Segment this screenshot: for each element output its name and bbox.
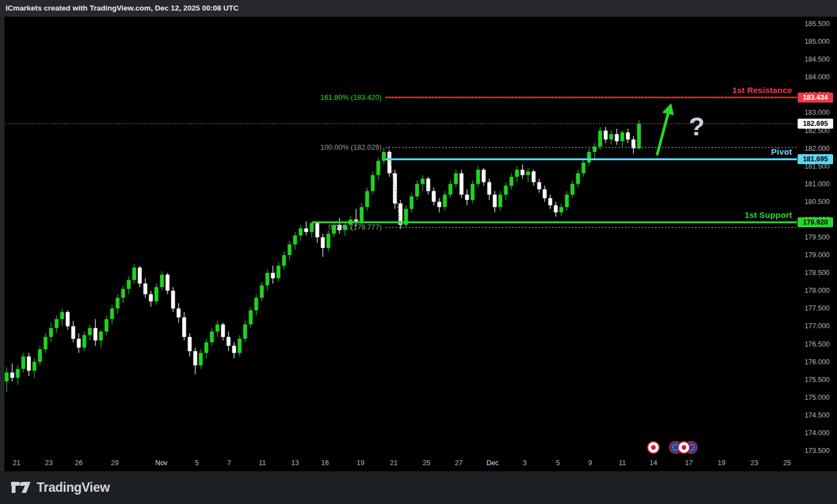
candle-body: [60, 312, 64, 319]
candle-body: [560, 207, 564, 212]
candle-body: [443, 195, 447, 207]
time-axis-tick: 16: [313, 459, 337, 467]
candle-body: [133, 268, 136, 280]
time-axis-tick: Nov: [149, 459, 174, 467]
price-axis-tick: 180.500: [797, 197, 837, 206]
candle-body: [121, 289, 125, 298]
candle-body: [615, 134, 619, 141]
candle-body: [177, 308, 181, 317]
candle-body: [22, 357, 26, 369]
candle-body: [576, 174, 580, 184]
candle-body: [604, 131, 608, 140]
chart-title: ICmarkets created with TradingView.com, …: [6, 0, 239, 17]
time-axis-tick: 14: [641, 459, 666, 467]
support-price-badge: 179.920: [798, 217, 833, 227]
candle-body: [33, 362, 37, 371]
tradingview-logo-icon: [11, 479, 31, 496]
candle-body: [549, 198, 552, 205]
candle-body: [371, 175, 375, 191]
candle-body: [271, 273, 275, 278]
candle-body: [72, 326, 75, 338]
candle-body: [227, 337, 231, 346]
pivot-price-badge: 181.695: [798, 154, 833, 164]
time-axis-tick: 25: [414, 459, 439, 467]
candle-body: [255, 298, 258, 310]
candle-body: [610, 134, 613, 140]
candlestick-chart[interactable]: [0, 0, 837, 504]
candle-body: [587, 152, 591, 162]
candle-body: [127, 280, 131, 289]
time-axis-tick: 25: [775, 459, 799, 467]
time-axis-tick: 29: [103, 459, 127, 467]
candle-body: [249, 310, 253, 325]
flag-part: [691, 450, 692, 451]
time-axis-tick: 27: [447, 459, 471, 467]
price-axis-tick: 178.500: [797, 268, 837, 277]
candle-body: [537, 182, 541, 190]
price-axis-tick: 174.000: [797, 429, 837, 437]
time-axis-tick: 19: [709, 459, 734, 467]
candle-body: [16, 369, 20, 378]
candle-body: [621, 133, 625, 141]
resistance-label: 1st Resistance: [677, 85, 792, 95]
japan-flag-event-icon: [648, 442, 660, 454]
candle-body: [110, 308, 114, 319]
candle-body: [382, 152, 386, 161]
header-bar: ICmarkets created with TradingView.com, …: [0, 0, 837, 17]
chart-left-gutter: [0, 17, 4, 471]
candle-body: [410, 196, 414, 208]
flag-part: [682, 445, 686, 450]
candle-body: [105, 319, 109, 332]
tradingview-logo-link[interactable]: TradingView: [11, 479, 110, 496]
candle-body: [377, 161, 381, 175]
candle-body: [565, 195, 569, 207]
candle-body: [543, 189, 547, 198]
candle-body: [282, 255, 286, 266]
price-axis-tick: 174.500: [797, 411, 837, 420]
time-axis-tick: 21: [4, 459, 29, 467]
candle-body: [38, 349, 42, 362]
candle-body: [432, 191, 436, 202]
flag-part: [693, 449, 694, 450]
candle-body: [55, 319, 59, 328]
price-axis-tick: 185.000: [797, 37, 837, 46]
candle-body: [244, 324, 247, 339]
flag-part: [693, 447, 694, 448]
candle-body: [171, 291, 175, 308]
price-axis-tick: 179.000: [797, 251, 837, 259]
flag-part: [651, 445, 656, 450]
time-axis-tick: 13: [283, 459, 307, 467]
flag-part: [672, 447, 673, 448]
time-axis-tick: 3: [513, 459, 537, 467]
candle-body: [521, 170, 525, 175]
candle-body: [160, 274, 164, 287]
candle-body: [194, 351, 197, 365]
candle-body: [460, 174, 464, 195]
candle-body: [476, 170, 480, 184]
candle-body: [232, 346, 236, 353]
candle-body: [238, 339, 242, 353]
price-axis-tick: 177.500: [797, 304, 837, 313]
time-axis-tick: 5: [546, 459, 570, 467]
candle-body: [116, 298, 120, 308]
candle-body: [421, 179, 425, 184]
fib-0-label: 0.00% (179.777): [300, 223, 382, 231]
candle-body: [482, 170, 486, 182]
candle-body: [515, 170, 519, 177]
candle-body: [49, 328, 53, 337]
tradingview-logo-text: TradingView: [37, 480, 110, 495]
candle-body: [327, 234, 331, 248]
up-arrow-shaft: [657, 113, 668, 154]
candle-body: [5, 373, 9, 381]
candle-body: [11, 373, 14, 378]
candle-body: [44, 337, 48, 349]
flag-part: [673, 449, 674, 450]
candle-body: [293, 236, 297, 245]
price-axis-tick: 183.000: [797, 108, 837, 117]
time-axis-tick: 7: [217, 459, 241, 467]
candle-body: [66, 312, 70, 327]
candle-body: [438, 202, 442, 207]
candle-body: [166, 274, 170, 291]
candle-body: [94, 328, 98, 340]
candle-body: [471, 184, 475, 200]
